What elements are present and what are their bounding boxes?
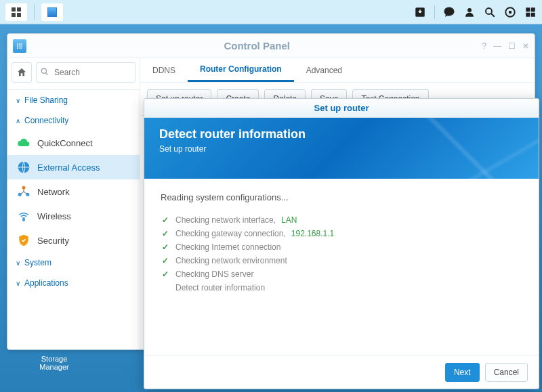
status-text: Reading system configurations... [161, 192, 522, 202]
tab-advanced[interactable]: Advanced [294, 58, 354, 82]
sidebar-item-network[interactable]: Network [7, 179, 140, 204]
wifi-icon [17, 209, 30, 223]
help-button[interactable]: ? [482, 41, 486, 51]
chevron-down-icon: ∨ [16, 280, 20, 287]
sidebar-item-label: QuickConnect [37, 138, 93, 148]
svg-point-21 [26, 193, 29, 196]
sidebar-item-label: Network [37, 187, 70, 197]
window-titlebar[interactable]: Control Panel ? — ☐ ✕ [7, 34, 535, 58]
check-label: Checking network environment [175, 256, 287, 265]
home-icon [16, 67, 27, 78]
svg-rect-11 [19, 43, 22, 44]
svg-point-2 [486, 8, 492, 14]
check-ok-icon: ✓ [161, 215, 170, 225]
tab-ddns[interactable]: DDNS [140, 58, 188, 82]
dialog-footer: Next Cancel [144, 355, 539, 389]
dialog-hero: Detect router information Set up router [144, 118, 539, 179]
dialog-title[interactable]: Set up router [144, 99, 539, 118]
svg-rect-9 [531, 12, 535, 16]
check-value: 192.168.1.1 [291, 229, 334, 238]
svg-point-19 [22, 186, 26, 190]
tab-router-configuration[interactable]: Router Configuration [188, 58, 294, 82]
check-item: ✓Checking network interface, LAN [161, 213, 522, 227]
close-button[interactable]: ✕ [522, 41, 529, 51]
home-button[interactable] [12, 62, 32, 83]
check-label: Detect router information [175, 283, 265, 292]
svg-point-12 [17, 45, 18, 47]
section-file-sharing[interactable]: ∨File Sharing [7, 90, 140, 110]
dialog-body: Reading system configurations... ✓Checki… [144, 179, 539, 355]
globe-icon [17, 160, 30, 174]
check-ok-icon: ✓ [161, 229, 170, 238]
svg-point-10 [17, 43, 18, 45]
svg-rect-8 [526, 12, 530, 16]
svg-rect-7 [531, 7, 535, 12]
dialog-heading: Detect router information [159, 127, 524, 141]
check-item: ✓Checking DNS server [161, 267, 522, 281]
chevron-down-icon: ∨ [16, 259, 20, 267]
search-icon[interactable] [484, 6, 496, 18]
check-ok-icon: ✓ [161, 242, 170, 252]
search-input[interactable] [36, 62, 136, 83]
svg-point-16 [41, 68, 46, 73]
svg-point-5 [509, 10, 512, 14]
user-icon[interactable] [463, 6, 476, 18]
check-item: ✓Checking network environment [161, 254, 522, 267]
section-label: Applications [24, 278, 68, 288]
widgets-icon[interactable] [524, 6, 537, 18]
check-ok-icon: ✓ [161, 256, 170, 265]
svg-point-20 [18, 193, 22, 196]
pilot-icon[interactable] [504, 6, 516, 18]
tabs: DDNS Router Configuration Advanced [140, 58, 535, 83]
check-label: Checking Internet connection [175, 242, 280, 252]
check-item: ✓Checking Internet connection [161, 240, 522, 254]
svg-line-17 [46, 73, 48, 75]
apps-grid-icon [12, 7, 21, 17]
section-label: Connectivity [24, 116, 68, 125]
top-taskbar [0, 0, 542, 24]
svg-rect-13 [19, 45, 22, 46]
check-label: Checking network interface, [175, 215, 276, 225]
svg-point-1 [467, 8, 472, 12]
next-button[interactable]: Next [445, 363, 480, 382]
section-applications[interactable]: ∨Applications [7, 273, 140, 293]
control-panel-icon [13, 39, 26, 53]
desktop-icon-label: Manager [34, 363, 75, 371]
sidebar-item-quickconnect[interactable]: QuickConnect [7, 131, 140, 155]
sidebar-item-label: External Access [37, 162, 100, 173]
desktop-icon-label: Storage [34, 355, 75, 363]
setup-router-dialog: Set up router Detect router information … [144, 98, 539, 389]
svg-point-22 [23, 219, 25, 221]
chevron-up-icon: ∧ [16, 117, 20, 125]
main-menu-button[interactable] [5, 3, 27, 21]
download-icon[interactable] [414, 6, 426, 18]
minimize-button[interactable]: — [493, 41, 501, 51]
divider [434, 5, 435, 19]
sidebar-item-label: Security [37, 236, 69, 246]
watermark: DSM5.2 [486, 372, 534, 387]
section-label: System [24, 258, 51, 267]
check-ok-icon: ✓ [161, 269, 170, 279]
check-item: Detect router information [161, 281, 522, 295]
shield-icon [17, 234, 30, 247]
search-icon [40, 67, 49, 77]
section-connectivity[interactable]: ∧Connectivity [7, 110, 140, 131]
maximize-button[interactable]: ☐ [508, 41, 516, 51]
window-title: Control Panel [32, 40, 482, 51]
chat-icon[interactable] [443, 6, 455, 18]
check-label: Checking gateway connection, [175, 229, 286, 238]
check-label: Checking DNS server [175, 269, 253, 279]
check-pending-icon [161, 283, 170, 292]
sidebar-item-wireless[interactable]: Wireless [7, 204, 140, 228]
sidebar-item-label: Wireless [37, 211, 71, 221]
svg-point-14 [17, 47, 18, 49]
dialog-subheading: Set up router [159, 144, 524, 154]
chevron-down-icon: ∨ [16, 97, 20, 104]
desktop-icon-storage-manager[interactable]: Storage Manager [34, 355, 75, 371]
cloud-icon [17, 136, 30, 150]
sidebar: ∨File Sharing ∧Connectivity QuickConnect… [7, 58, 140, 349]
sidebar-item-security[interactable]: Security [7, 228, 140, 253]
taskbar-app-controlpanel[interactable] [41, 3, 63, 21]
sidebar-item-external-access[interactable]: External Access [7, 155, 140, 179]
section-system[interactable]: ∨System [7, 253, 140, 273]
